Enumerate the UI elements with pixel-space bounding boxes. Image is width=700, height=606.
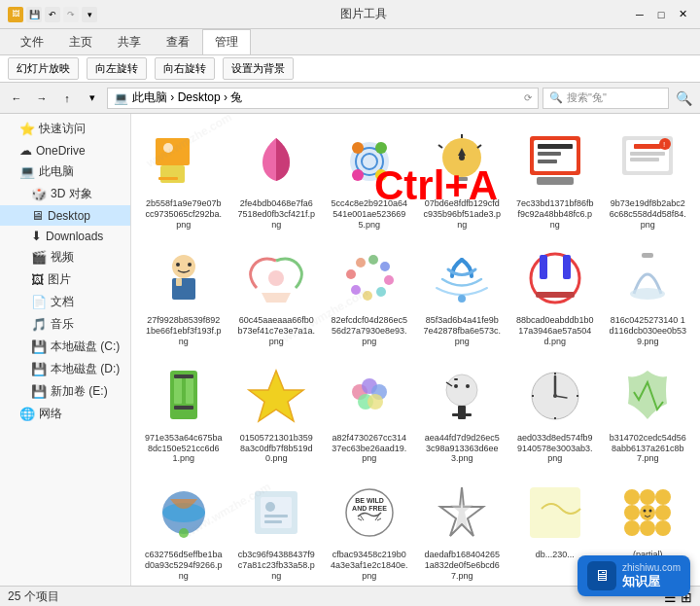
sidebar-item-videos[interactable]: 🎬 视频 xyxy=(0,246,130,268)
window-controls: ─ □ ✕ xyxy=(630,6,692,23)
file-item[interactable]: aed033d8ed574fb99140578e3003ab3.png xyxy=(510,356,600,469)
maximize-button[interactable]: □ xyxy=(651,6,671,23)
sidebar-item-diskc[interactable]: 💾 本地磁盘 (C:) xyxy=(0,336,130,358)
svg-line-15 xyxy=(438,145,442,148)
file-name: 816c0425273140 1d116dcb030ee0b539.png xyxy=(609,315,686,346)
file-thumb xyxy=(241,478,311,548)
file-thumb xyxy=(427,126,497,196)
ribbon-rotate-btn[interactable]: 向左旋转 xyxy=(87,57,147,80)
video-icon: 🎬 xyxy=(31,250,47,265)
file-item[interactable]: c632756d5effbe1bad0a93c5294f9266.png xyxy=(139,473,228,586)
file-item[interactable]: 2b558f1a9e79e07bcc9735065cf292ba.png xyxy=(139,122,228,234)
svg-point-37 xyxy=(356,258,366,267)
svg-point-42 xyxy=(363,291,372,301)
customize-icon: ▾ xyxy=(82,7,97,22)
svg-point-98 xyxy=(640,520,655,536)
desktop-icon: 🖥 xyxy=(31,208,44,223)
sidebar-item-network[interactable]: 🌐 网络 xyxy=(0,403,130,425)
file-item[interactable]: cb3c96f94388437f9c7a81c23fb33a58.png xyxy=(232,473,322,586)
recent-button[interactable]: ▾ xyxy=(82,88,103,109)
sidebar-item-music[interactable]: 🎵 音乐 xyxy=(0,313,130,336)
file-thumb xyxy=(149,243,219,313)
ribbon-rotatr-btn[interactable]: 向右旋转 xyxy=(155,57,215,80)
sidebar-item-pictures[interactable]: 🖼 图片 xyxy=(0,268,130,291)
badge-overlay[interactable]: 🖥 zhishiwu.com 知识屋 xyxy=(578,555,690,596)
file-item[interactable]: daedafb1684042651a832de0f5e6bcd67.png xyxy=(418,473,508,586)
address-path[interactable]: 💻 此电脑 › Desktop › 兔 ⟳ xyxy=(107,88,539,109)
sidebar-item-diskd[interactable]: 💾 本地磁盘 (D:) xyxy=(0,358,130,380)
diskc-icon: 💾 xyxy=(31,339,47,354)
file-item[interactable]: 816c0425273140 1d116dcb030ee0b539.png xyxy=(604,238,693,351)
file-thumb xyxy=(241,361,311,431)
file-thumb xyxy=(427,478,497,548)
file-item[interactable]: ! 9b73e19df8b2abc26c68c558d4d58f84.png xyxy=(604,122,693,234)
search-button[interactable]: 🔍 xyxy=(673,88,694,109)
diskc-label: 本地磁盘 (C:) xyxy=(51,339,120,355)
file-item[interactable]: 27f9928b8539f8921be66f1ebf3f193f.png xyxy=(139,238,228,351)
file-item[interactable]: 82efcdcf04d286ec556d27a7930e8e93.png xyxy=(325,238,414,351)
file-thumb xyxy=(149,478,219,548)
file-item[interactable]: b314702cedc54d568abb6137a261c8b7.png xyxy=(604,356,693,469)
svg-line-14 xyxy=(477,145,481,148)
file-item[interactable]: 60c45aaeaaa66fb0b73ef41c7e3e7a1a.png xyxy=(232,238,322,351)
docs-icon: 📄 xyxy=(31,295,47,309)
svg-point-96 xyxy=(655,505,671,520)
minimize-button[interactable]: ─ xyxy=(630,6,649,23)
refresh-icon[interactable]: ⟳ xyxy=(524,92,532,103)
file-item[interactable]: a82f4730267cc31437ec63be26aad19.png xyxy=(325,356,414,469)
tab-view[interactable]: 查看 xyxy=(154,29,202,54)
file-item[interactable]: 01505721301b3598a3c0dfb7f8b519d0.png xyxy=(232,356,322,469)
file-item[interactable]: 07bd6e8fdfb129cfdc935b96bf51ade3.png xyxy=(418,122,508,234)
window-title: 图片工具 xyxy=(340,6,387,22)
tab-manage[interactable]: 管理 xyxy=(202,29,251,54)
quickaccess-label: 快速访问 xyxy=(39,121,86,137)
svg-point-43 xyxy=(351,285,361,295)
tab-file[interactable]: 文件 xyxy=(8,29,56,54)
file-item[interactable]: 85f3ad6b4a41fe9b7e42878fba6e573c.png xyxy=(418,238,508,351)
diskd-icon: 💾 xyxy=(31,362,47,376)
content-area: Ctrl+A www.wmzhe.com www.wmzhe.com www.w… xyxy=(131,114,700,586)
ribbon-action-btn[interactable]: 幻灯片放映 xyxy=(8,57,79,80)
file-item[interactable]: BE WILD AND FREE cfbac93458c219b04a3e3af… xyxy=(325,473,414,586)
file-item[interactable]: 971e353a64c675ba8dc150e521cc6d61.png xyxy=(139,356,228,469)
back-button[interactable]: ← xyxy=(6,88,27,109)
svg-rect-52 xyxy=(174,376,182,404)
up-button[interactable]: ↑ xyxy=(56,88,78,109)
sidebar-item-downloads[interactable]: ⬇ Downloads xyxy=(0,226,130,246)
network-label: 网络 xyxy=(39,406,62,422)
main-layout: ⭐ 快速访问 ☁ OneDrive 💻 此电脑 🎲 3D 对象 🖥 Deskto… xyxy=(0,114,700,586)
sidebar-item-onedrive[interactable]: ☁ OneDrive xyxy=(0,140,130,160)
file-item[interactable]: 7ec33bd1371bf86fbf9c92a48bb48fc6.png xyxy=(510,122,600,234)
file-name: aea44fd7d9d26ec53c98a913363d6ee3.png xyxy=(423,433,501,464)
svg-point-97 xyxy=(624,520,640,536)
sidebar-item-diske[interactable]: 💾 新加卷 (E:) xyxy=(0,380,130,403)
address-bar: ← → ↑ ▾ 💻 此电脑 › Desktop › 兔 ⟳ 🔍 搜索"兔" 🔍 xyxy=(0,83,700,114)
tab-share[interactable]: 共享 xyxy=(105,29,154,54)
quick-access-icon: 💾 xyxy=(26,7,42,22)
file-item[interactable]: 5cc4c8e2b9210a64541e001ae5236695.png xyxy=(325,122,414,234)
file-item[interactable]: 2fe4bdb0468e7fa67518ed0fb3cf421f.png xyxy=(232,122,322,234)
svg-point-99 xyxy=(655,520,671,536)
svg-point-100 xyxy=(644,510,647,513)
sidebar-item-3d[interactable]: 🎲 3D 对象 xyxy=(0,183,130,205)
sidebar-item-desktop[interactable]: 🖥 Desktop xyxy=(0,205,130,226)
docs-label: 文档 xyxy=(51,294,74,310)
sidebar-item-quickaccess[interactable]: ⭐ 快速访问 xyxy=(0,118,130,140)
file-item[interactable]: aea44fd7d9d26ec53c98a913363d6ee3.png xyxy=(418,356,508,469)
file-thumb xyxy=(612,478,682,548)
svg-point-65 xyxy=(466,384,470,388)
app-icon: 🖼 xyxy=(8,7,23,22)
forward-button[interactable]: → xyxy=(31,88,52,109)
ribbon-setbg-btn[interactable]: 设置为背景 xyxy=(223,57,294,80)
search-box[interactable]: 🔍 搜索"兔" xyxy=(542,88,669,109)
close-button[interactable]: ✕ xyxy=(673,6,692,23)
svg-point-35 xyxy=(268,270,284,286)
file-name: db...230... xyxy=(536,550,575,560)
svg-rect-50 xyxy=(642,253,653,258)
sidebar-item-thispc[interactable]: 💻 此电脑 xyxy=(0,160,130,183)
sidebar-item-docs[interactable]: 📄 文档 xyxy=(0,291,130,313)
file-name: 5cc4c8e2b9210a64541e001ae5236695.png xyxy=(331,198,408,230)
file-item[interactable]: 88bcad0eabddb1b017a3946ae57a504d.png xyxy=(510,238,600,351)
svg-point-95 xyxy=(640,505,655,520)
tab-home[interactable]: 主页 xyxy=(56,29,105,54)
